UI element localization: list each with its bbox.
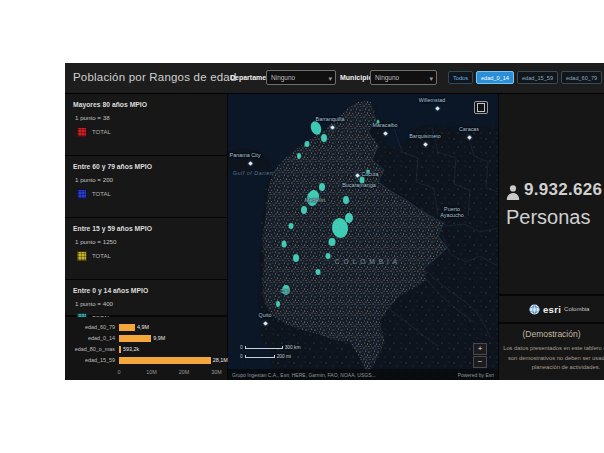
- bar-row-edad-80-o-mas[interactable]: edad_80_o_mas593,2k: [65, 344, 139, 354]
- esri-logo-text: esri: [543, 304, 561, 315]
- legend-item-60-79: Entre 60 y 79 años MPIO 1 punto = 200 TO…: [65, 156, 227, 218]
- legend-panel: Mayores 80 años MPIO 1 punto = 38 TOTAL …: [65, 94, 227, 315]
- disclaimer-panel: (Demostración) Los datos presentados en …: [499, 324, 604, 380]
- bookmark-button[interactable]: [474, 101, 488, 114]
- map[interactable]: Willemstad Barranquilla Maracaibo Barqui…: [228, 94, 498, 380]
- city-label-puerto-ayacucho: Puerto Ayacucho: [435, 206, 469, 218]
- city-label-willemstad: Willemstad: [419, 97, 445, 103]
- bar-row-edad-60-79[interactable]: edad_60_794,9M: [65, 322, 149, 332]
- bar-edad-15-59[interactable]: [119, 357, 211, 364]
- city-label-quito: Quito: [259, 312, 272, 318]
- x-tick-0: 0: [118, 369, 121, 375]
- filter-edad-60-79-button[interactable]: edad_60_79: [561, 71, 602, 84]
- esri-region-text: Colombia: [564, 306, 589, 312]
- x-tick-30m: 30M: [211, 369, 222, 375]
- kpi-value: 9.932.626: [524, 180, 602, 200]
- legend-item-mayores-80: Mayores 80 años MPIO 1 punto = 38 TOTAL: [65, 94, 227, 156]
- filter-todos-button[interactable]: Todos: [448, 71, 473, 84]
- page-title: Población por Rangos de edad: [73, 71, 237, 83]
- disclaimer-title: (Demostración): [499, 329, 604, 339]
- powered-by-esri: Powered by Esri: [458, 372, 494, 378]
- legend-swatch-yellow: [77, 251, 87, 261]
- bookmark-icon: [477, 103, 485, 112]
- map-canvas: [228, 94, 498, 380]
- kpi-label: Personas: [506, 206, 591, 229]
- map-attribution: Grupo Ingestan C.A., Esri, HERE, Garmin,…: [228, 369, 498, 380]
- kpi-panel: 9.932.626 Personas: [499, 94, 604, 294]
- legend-item-15-59: Entre 15 y 59 años MPIO 1 punto = 1250 T…: [65, 218, 227, 280]
- municipios-select[interactable]: Ninguno▾: [370, 70, 437, 85]
- x-tick-20m: 20M: [179, 369, 190, 375]
- age-filter-group: Todos edad_0_14 edad_15_59 edad_60_79 ed…: [448, 71, 604, 85]
- person-icon: [506, 185, 520, 200]
- city-label-bucaramanga: Bucaramanga: [342, 182, 376, 188]
- city-label-panama-city: Panama City: [230, 152, 261, 158]
- chevron-down-icon: ▾: [328, 72, 332, 85]
- city-label-caracas: Caracas: [459, 126, 479, 132]
- attribution-text: Grupo Ingestan C.A., Esri, HERE, Garmin,…: [232, 372, 376, 378]
- bar-edad-60-79[interactable]: [119, 324, 135, 331]
- legend-swatch-blue: [77, 189, 87, 199]
- header-bar: Población por Rangos de edad Departament…: [65, 63, 604, 94]
- city-label-maracaibo: Maracaibo: [372, 122, 397, 128]
- city-label-cucuta: Cúcuta: [361, 171, 378, 177]
- scale-bar: 0300 km 0200 mi: [240, 343, 300, 361]
- country-label-colombia: COLOMBIA: [335, 258, 401, 265]
- city-label-barranquilla: Barranquilla: [316, 116, 345, 122]
- bar-row-edad-15-59[interactable]: edad_15_5928,1M: [65, 355, 228, 365]
- esri-branding-panel: esri Colombia: [499, 296, 604, 322]
- esri-globe-icon: [529, 304, 540, 315]
- disclaimer-body: Los datos presentados en este tablero de…: [502, 344, 604, 373]
- age-bar-chart: edad_60_794,9M edad_0_149,9M edad_80_o_m…: [65, 317, 227, 380]
- city-label-barquisimeto: Barquisimeto: [409, 133, 440, 139]
- bar-row-edad-0-14[interactable]: edad_0_149,9M: [65, 333, 165, 343]
- bar-edad-0-14[interactable]: [119, 335, 151, 342]
- zoom-out-button[interactable]: −: [473, 356, 487, 368]
- sea-label-gulf-of-darien: Gulf of Darien: [233, 170, 273, 176]
- zoom-controls: + −: [473, 343, 487, 369]
- dashboard: Población por Rangos de edad Departament…: [65, 63, 604, 380]
- departamento-select[interactable]: Ninguno▾: [266, 70, 336, 85]
- filter-edad-0-14-button[interactable]: edad_0_14: [476, 71, 514, 84]
- chevron-down-icon: ▾: [429, 72, 433, 85]
- bar-edad-80-o-mas[interactable]: [119, 346, 121, 353]
- legend-swatch-red: [77, 127, 87, 137]
- filter-edad-15-59-button[interactable]: edad_15_59: [517, 71, 558, 84]
- city-label-cali: Cali: [280, 288, 289, 294]
- x-tick-10m: 10M: [146, 369, 157, 375]
- city-label-medellin: Medellín: [305, 197, 325, 203]
- zoom-in-button[interactable]: +: [473, 343, 487, 355]
